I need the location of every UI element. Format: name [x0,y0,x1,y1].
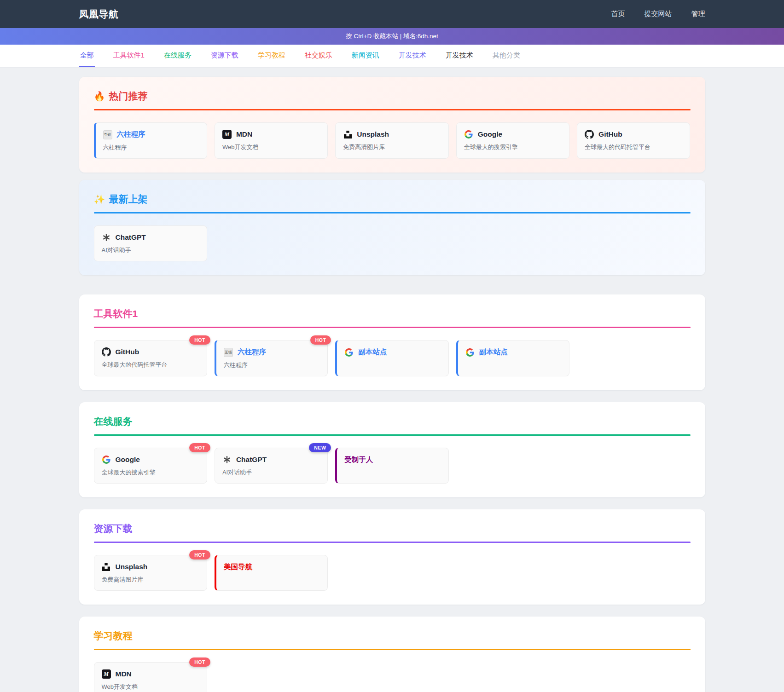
google-icon [465,348,475,357]
card-head: 互链 六柱程序 [103,130,199,139]
card-head: ChatGPT [102,233,199,242]
site-card[interactable]: NEW ChatGPT AI对话助手 [215,448,328,484]
category-section: 工具软件1 HOT GitHub 全球最大的代码托管平台 HOT 互链 六柱程序… [79,294,705,390]
site-desc: AI对话助手 [102,246,199,254]
site-card[interactable]: GitHub 全球最大的代码托管平台 [577,122,690,159]
card-head: Unsplash [102,562,199,571]
card-head: 副本站点 [344,347,441,357]
site-desc: 免费高清图片库 [343,143,441,151]
google-icon [102,455,111,464]
category-tab[interactable]: 学习教程 [257,45,286,67]
category-tab[interactable]: 工具软件1 [112,45,145,67]
section-underline [94,109,691,110]
card-head: GitHub [585,130,682,139]
site-name: 六柱程序 [117,130,145,139]
site-name: ChatGPT [236,456,267,464]
site-card[interactable]: 受制于人 [335,448,448,484]
nav-link[interactable]: 管理 [691,10,705,18]
site-card[interactable]: ChatGPT AI对话助手 [94,225,207,261]
site-card[interactable]: 副本站点 [335,340,448,376]
site-name: GitHub [116,348,139,356]
site-desc: 全球最大的代码托管平台 [585,143,682,151]
sections-container: 🔥 热门推荐 互链 六柱程序 六柱程序 M MDN Web开发文档 Unspla… [79,77,705,692]
section-emoji: ✨ [94,194,105,205]
card-head: 互链 六柱程序 [224,347,320,357]
category-section: 学习教程 HOT M MDN Web开发文档 [79,617,705,692]
card-head: M MDN [222,130,320,139]
category-section: ✨ 最新上架 ChatGPT AI对话助手 [79,180,705,275]
hulian-icon: 互链 [103,130,112,139]
category-section: 在线服务 HOT Google 全球最大的搜索引擎 NEW ChatGPT AI… [79,402,705,497]
category-tab[interactable]: 在线服务 [163,45,192,67]
status-badge: HOT [189,443,210,452]
site-card[interactable]: M MDN Web开发文档 [215,122,328,159]
card-grid: HOT GitHub 全球最大的代码托管平台 HOT 互链 六柱程序 六柱程序 … [94,340,691,376]
category-tab[interactable]: 新闻资讯 [351,45,380,67]
category-section: 资源下载 HOT Unsplash 免费高清图片库 美国导航 [79,509,705,605]
github-icon [102,347,111,357]
unsplash-icon [102,562,111,571]
site-name: ChatGPT [116,233,146,242]
card-grid: 互链 六柱程序 六柱程序 M MDN Web开发文档 Unsplash 免费高清… [94,122,691,159]
section-title: 在线服务 [94,415,691,428]
google-icon [344,348,354,357]
site-desc: 全球最大的搜索引擎 [102,468,199,477]
site-name: Google [116,456,140,464]
site-desc: Web开发文档 [102,683,199,691]
section-title-text: 资源下载 [94,522,133,535]
status-badge: HOT [310,335,331,345]
section-title-text: 学习教程 [94,629,133,642]
site-desc: 全球最大的代码托管平台 [102,361,199,369]
card-grid: ChatGPT AI对话助手 [94,225,691,261]
notice-text: 按 Ctrl+D 收藏本站 | 域名:6dh.net [346,32,438,40]
site-card[interactable]: Unsplash 免费高清图片库 [335,122,448,159]
site-desc: 六柱程序 [103,144,199,152]
card-head: ChatGPT [222,455,320,464]
site-card[interactable]: HOT GitHub 全球最大的代码托管平台 [94,340,207,376]
section-emoji: 🔥 [94,91,105,102]
mdn-icon: M [102,669,111,679]
section-underline [94,649,691,650]
card-head: 美国导航 [224,562,320,572]
main-content: 🔥 热门推荐 互链 六柱程序 六柱程序 M MDN Web开发文档 Unspla… [0,68,784,692]
section-underline [94,434,691,436]
header: 凤凰导航 首页提交网站管理 [0,0,784,28]
mdn-icon: M [222,130,232,139]
site-card[interactable]: HOT Google 全球最大的搜索引擎 [94,448,207,484]
site-logo-title: 凤凰导航 [79,8,119,21]
site-card[interactable]: HOT M MDN Web开发文档 [94,662,207,692]
site-name: Unsplash [357,130,389,138]
status-badge: NEW [309,443,331,452]
github-icon [585,130,594,139]
site-desc: 免费高清图片库 [102,576,199,584]
status-badge: HOT [189,657,210,667]
site-card[interactable]: 美国导航 [215,555,328,591]
site-card[interactable]: Google 全球最大的搜索引擎 [456,122,569,159]
site-name: MDN [236,130,252,138]
site-card[interactable]: 副本站点 [456,340,569,376]
site-name: MDN [116,670,132,678]
site-card[interactable]: HOT Unsplash 免费高清图片库 [94,555,207,591]
card-grid: HOT Unsplash 免费高清图片库 美国导航 [94,555,691,591]
status-badge: HOT [189,335,210,345]
category-tab[interactable]: 其他分类 [492,45,521,67]
hulian-icon: 互链 [224,348,233,357]
card-head: Google [464,130,562,139]
category-tabbar: 全部工具软件1在线服务资源下载学习教程社交娱乐新闻资讯开发技术开发技术其他分类 [0,45,784,68]
site-name: GitHub [598,130,622,138]
site-card[interactable]: HOT 互链 六柱程序 六柱程序 [215,340,328,376]
section-title-text: 热门推荐 [109,90,147,103]
category-tab[interactable]: 资源下载 [210,45,239,67]
site-name: 六柱程序 [238,347,266,357]
site-card[interactable]: 互链 六柱程序 六柱程序 [94,122,207,159]
category-tab[interactable]: 全部 [79,45,95,67]
top-nav: 首页提交网站管理 [611,10,705,18]
category-tab[interactable]: 社交娱乐 [304,45,333,67]
category-tab[interactable]: 开发技术 [445,45,474,67]
category-tab[interactable]: 开发技术 [398,45,427,67]
card-grid: HOT Google 全球最大的搜索引擎 NEW ChatGPT AI对话助手 … [94,448,691,484]
section-title: 🔥 热门推荐 [94,90,691,103]
site-desc: Web开发文档 [222,143,320,151]
nav-link[interactable]: 首页 [611,10,625,18]
nav-link[interactable]: 提交网站 [645,10,672,18]
